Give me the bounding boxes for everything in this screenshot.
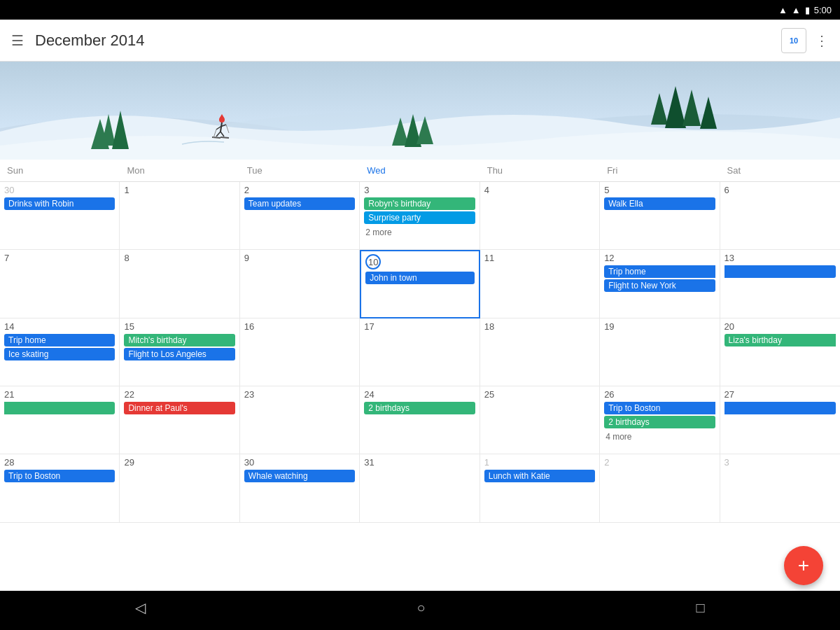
cal-cell-dec24[interactable]: 24 2 birthdays xyxy=(360,386,479,454)
day-num: 2 xyxy=(604,457,715,468)
day-num: 31 xyxy=(364,457,475,468)
day-num: 8 xyxy=(124,253,234,263)
event-2birthdays-24[interactable]: 2 birthdays xyxy=(364,402,475,414)
event-liza-birthday-cont xyxy=(4,402,115,414)
cal-cell-dec8[interactable]: 8 xyxy=(120,250,239,318)
cal-cell-dec19[interactable]: 19 xyxy=(600,318,720,386)
day-num: 9 xyxy=(244,253,355,263)
signal-icon: ▲ xyxy=(792,5,801,15)
calendar-grid: 30 Drinks with Robin 1 2 Team updates 3 … xyxy=(0,182,840,591)
event-flight-la[interactable]: Flight to Los Angeles xyxy=(124,348,234,360)
event-trip-boston-28[interactable]: Trip to Boston xyxy=(4,470,115,482)
cal-cell-dec13[interactable]: 13 xyxy=(720,250,840,318)
cal-cell-dec10[interactable]: 10 John in town xyxy=(360,250,479,318)
cal-cell-dec15[interactable]: 15 Mitch's birthday Flight to Los Angele… xyxy=(120,318,239,386)
day-num: 21 xyxy=(4,389,115,400)
cal-cell-nov30[interactable]: 30 Drinks with Robin xyxy=(0,182,120,250)
cal-cell-dec7[interactable]: 7 xyxy=(0,250,120,318)
cal-cell-dec1[interactable]: 1 xyxy=(120,182,239,250)
event-2birthdays-26[interactable]: 2 birthdays xyxy=(604,416,715,428)
day-num: 4 xyxy=(484,185,595,195)
day-num: 22 xyxy=(124,389,234,400)
day-header-sat: Sat xyxy=(720,160,840,181)
cal-cell-dec11[interactable]: 11 xyxy=(480,250,600,318)
wifi-icon: ▲ xyxy=(778,5,788,15)
event-flight-new-york[interactable]: Flight to New York xyxy=(604,279,715,292)
day-num: 15 xyxy=(124,321,234,332)
cal-cell-dec3[interactable]: 3 Robyn's birthday Surprise party 2 more xyxy=(360,182,479,250)
recent-button[interactable]: □ xyxy=(696,600,704,616)
day-num: 3 xyxy=(724,457,836,468)
more-events-link[interactable]: 2 more xyxy=(364,227,391,237)
cal-cell-dec5[interactable]: 5 Walk Ella xyxy=(600,182,720,250)
day-header-fri: Fri xyxy=(600,160,720,181)
day-num: 18 xyxy=(484,321,595,332)
event-trip-home-fri[interactable]: Trip home xyxy=(604,265,715,278)
event-surprise-party[interactable]: Surprise party xyxy=(364,211,475,224)
day-header-tue: Tue xyxy=(240,160,360,181)
event-liza-birthday[interactable]: Liza's birthday xyxy=(724,334,836,346)
winter-banner xyxy=(0,62,840,160)
event-dinner-pauls[interactable]: Dinner at Paul's xyxy=(124,402,234,414)
day-header-mon: Mon xyxy=(120,160,239,181)
event-trip-home-sun[interactable]: Trip home xyxy=(4,334,115,346)
cal-cell-dec20[interactable]: 20 Liza's birthday xyxy=(720,318,840,386)
day-num: 7 xyxy=(4,253,115,263)
cal-cell-dec22[interactable]: 22 Dinner at Paul's xyxy=(120,386,239,454)
cal-cell-dec18[interactable]: 18 xyxy=(480,318,600,386)
day-num: 12 xyxy=(604,253,715,263)
cal-cell-dec21[interactable]: 21 xyxy=(0,386,120,454)
event-lunch-katie[interactable]: Lunch with Katie xyxy=(484,470,595,482)
day-num: 30 xyxy=(4,185,115,195)
event-walk-ella[interactable]: Walk Ella xyxy=(604,197,715,210)
cal-cell-dec27[interactable]: 27 xyxy=(720,386,840,454)
cal-cell-dec25[interactable]: 25 xyxy=(480,386,600,454)
event-mitch-birthday[interactable]: Mitch's birthday xyxy=(124,334,234,346)
more-options-icon[interactable]: ⋮ xyxy=(815,32,829,49)
cal-cell-dec26[interactable]: 26 Trip to Boston 2 birthdays 4 more xyxy=(600,386,720,454)
day-num: 2 xyxy=(244,185,355,195)
today-button[interactable]: 10 xyxy=(781,28,806,53)
day-num: 13 xyxy=(724,253,836,263)
cal-cell-jan1[interactable]: 1 Lunch with Katie xyxy=(480,454,600,522)
day-num: 10 xyxy=(365,254,381,270)
cal-cell-dec28[interactable]: 28 Trip to Boston xyxy=(0,454,120,522)
cal-cell-dec29[interactable]: 29 xyxy=(120,454,239,522)
cal-cell-dec9[interactable]: 9 xyxy=(240,250,360,318)
home-button[interactable]: ○ xyxy=(416,600,425,616)
cal-cell-dec23[interactable]: 23 xyxy=(240,386,360,454)
more-events-26[interactable]: 4 more xyxy=(604,432,631,442)
cal-cell-dec4[interactable]: 4 xyxy=(480,182,600,250)
svg-line-21 xyxy=(220,137,229,138)
cal-cell-dec14[interactable]: 14 Trip home Ice skating xyxy=(0,318,120,386)
event-whale-watching[interactable]: Whale watching xyxy=(244,470,355,482)
cal-cell-dec16[interactable]: 16 xyxy=(240,318,360,386)
battery-icon: ▮ xyxy=(805,5,810,15)
cal-cell-dec12[interactable]: 12 Trip home Flight to New York xyxy=(600,250,720,318)
calendar: Sun Mon Tue Wed Thu Fri Sat 30 Drinks wi… xyxy=(0,160,840,591)
cal-cell-dec6[interactable]: 6 xyxy=(720,182,840,250)
cal-cell-dec2[interactable]: 2 Team updates xyxy=(240,182,360,250)
cal-cell-dec17[interactable]: 17 xyxy=(360,318,479,386)
day-headers: Sun Mon Tue Wed Thu Fri Sat xyxy=(0,160,840,182)
event-team-updates[interactable]: Team updates xyxy=(244,197,355,210)
event-trip-home-sat[interactable] xyxy=(724,265,836,278)
back-button[interactable]: ◁ xyxy=(135,599,146,616)
menu-icon[interactable]: ☰ xyxy=(11,32,24,49)
event-john-in-town[interactable]: John in town xyxy=(365,272,474,284)
day-num: 27 xyxy=(724,389,836,400)
cal-cell-dec30[interactable]: 30 Whale watching xyxy=(240,454,360,522)
event-ice-skating[interactable]: Ice skating xyxy=(4,348,115,360)
day-num: 11 xyxy=(484,253,595,263)
day-num: 23 xyxy=(244,389,355,400)
fab-add-event[interactable]: + xyxy=(784,546,823,585)
cal-cell-jan3[interactable]: 3 xyxy=(720,454,840,522)
cal-cell-dec31[interactable]: 31 xyxy=(360,454,479,522)
day-num: 17 xyxy=(364,321,475,332)
banner-illustration xyxy=(0,62,840,160)
cal-cell-jan2[interactable]: 2 xyxy=(600,454,720,522)
event-drinks-robin[interactable]: Drinks with Robin xyxy=(4,197,115,210)
day-num: 19 xyxy=(604,321,715,332)
event-trip-boston-26[interactable]: Trip to Boston xyxy=(604,402,715,414)
event-robyns-birthday[interactable]: Robyn's birthday xyxy=(364,197,475,210)
